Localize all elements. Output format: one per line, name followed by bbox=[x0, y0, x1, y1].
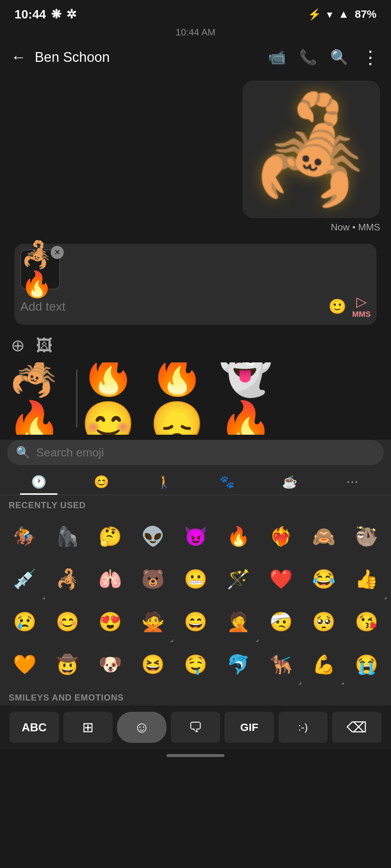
back-button[interactable]: ← bbox=[11, 48, 26, 66]
send-icon: ▷ bbox=[356, 294, 367, 310]
keyboard-emoji-key[interactable]: ☺ bbox=[117, 712, 167, 743]
emoji-picker-button[interactable]: 🙂 bbox=[328, 298, 346, 315]
bluetooth-icon: ⚡ bbox=[308, 8, 321, 21]
emoji-grid-recent: 🏇 🦍 🤔 👽 😈 🔥 ❤️‍🔥 🙈 🦥 💉 🦂 🫁 🐻 😬 🪄 ❤️ 😂 👍 … bbox=[0, 513, 391, 688]
emoji-cell-6[interactable]: ❤️‍🔥 bbox=[260, 515, 302, 557]
tab-smiley[interactable]: 😊 bbox=[70, 469, 133, 495]
emoji-cell-24[interactable]: 🤕 bbox=[260, 601, 302, 643]
tab-recent[interactable]: 🕐 bbox=[7, 469, 70, 495]
emoji-cell-20[interactable]: 😍 bbox=[89, 601, 131, 643]
emoji-cell-27[interactable]: 🧡 bbox=[4, 643, 46, 685]
time-indicator: 10:44 AM bbox=[0, 25, 391, 41]
status-left: 10:44 ❋ ✲ bbox=[14, 7, 76, 21]
message-image-bubble: 🦂 bbox=[243, 81, 380, 218]
keyboard-gif-key[interactable]: GIF bbox=[224, 712, 274, 743]
emoji-cell-11[interactable]: 🫁 bbox=[89, 558, 131, 600]
keyboard-abc-key[interactable]: ABC bbox=[9, 712, 59, 743]
emoji-cell-22[interactable]: 😄 bbox=[175, 601, 216, 643]
emoji-cell-23[interactable]: 🤦 bbox=[217, 601, 259, 643]
phone-icon[interactable]: 📞 bbox=[299, 49, 317, 66]
video-call-icon[interactable]: 📹 bbox=[268, 49, 286, 66]
keyboard-backspace-key[interactable]: ⌫ bbox=[332, 712, 382, 743]
tab-food[interactable]: ☕ bbox=[258, 469, 321, 495]
emoji-cell-33[interactable]: 🐕‍🦺 bbox=[260, 643, 302, 685]
emoji-cell-10[interactable]: 🦂 bbox=[46, 558, 88, 600]
emoji-cell-31[interactable]: 🤤 bbox=[175, 643, 216, 685]
emoji-keyboard: 🔍 🕐 😊 🚶 🐾 ☕ ⋯ RECENTLY USED 🏇 🦍 🤔 👽 😈 🔥 … bbox=[0, 440, 391, 706]
emoji-cell-13[interactable]: 😬 bbox=[175, 558, 216, 600]
more-options-icon[interactable]: ⋮ bbox=[361, 47, 380, 68]
emoji-cell-28[interactable]: 🤠 bbox=[46, 643, 88, 685]
input-container: 🦂🔥 ✕ 🙂 ▷ MMS bbox=[7, 244, 384, 325]
add-attachment-icon[interactable]: ⊕ bbox=[11, 336, 25, 355]
emoji-cell-29[interactable]: 🐶 bbox=[89, 643, 131, 685]
emoji-cell-2[interactable]: 🤔 bbox=[89, 515, 131, 557]
emoji-cell-19[interactable]: 😊 bbox=[46, 601, 88, 643]
emoji-search-input[interactable] bbox=[36, 446, 375, 459]
emoji-cell-21[interactable]: 🙅 bbox=[132, 601, 174, 643]
emoji-cell-25[interactable]: 🥺 bbox=[303, 601, 345, 643]
tab-nature[interactable]: 🐾 bbox=[196, 469, 258, 495]
emoji-cell-9[interactable]: 💉 bbox=[4, 558, 46, 600]
emoji-cell-7[interactable]: 🙈 bbox=[303, 515, 345, 557]
sticker-suggestions-row: 🦂🔥 🔥😊 🔥😞 👻🔥 bbox=[0, 362, 391, 435]
status-bar: 10:44 ❋ ✲ ⚡ ▾ ▲ 87% bbox=[0, 0, 391, 25]
send-mms-button[interactable]: ▷ MMS bbox=[352, 294, 371, 319]
recently-used-label: RECENTLY USED bbox=[0, 495, 391, 513]
search-icon[interactable]: 🔍 bbox=[330, 49, 348, 66]
emoji-cell-35[interactable]: 😭 bbox=[345, 643, 387, 685]
nav-pill bbox=[167, 754, 224, 757]
nav-indicator bbox=[0, 749, 391, 762]
smileys-label: SMILEYS AND EMOTIONS bbox=[0, 688, 391, 706]
emoji-cell-1[interactable]: 🦍 bbox=[46, 515, 88, 557]
emoji-cell-30[interactable]: 😆 bbox=[132, 643, 174, 685]
emoji-cell-26[interactable]: 😘 bbox=[345, 601, 387, 643]
sticker-suggestion-0[interactable]: 🦂🔥 bbox=[7, 366, 72, 431]
attachment-preview: 🦂🔥 ✕ bbox=[20, 250, 60, 289]
emoji-cell-16[interactable]: 😂 bbox=[303, 558, 345, 600]
app-bar: ← Ben Schoon 📹 📞 🔍 ⋮ bbox=[0, 41, 391, 73]
keyboard-sticker-key[interactable]: ⊞ bbox=[63, 712, 113, 743]
message-area: 🦂 Now • MMS bbox=[0, 73, 391, 240]
emoji-cell-14[interactable]: 🪄 bbox=[217, 558, 259, 600]
emoji-search-bar[interactable]: 🔍 bbox=[7, 440, 384, 465]
gallery-icon[interactable]: 🖼 bbox=[36, 336, 52, 355]
backspace-icon: ⌫ bbox=[346, 719, 367, 736]
emoji-cell-8[interactable]: 🦥 bbox=[345, 515, 387, 557]
bottom-controls: ⊕ 🖼 bbox=[0, 328, 391, 362]
emoji-search-icon: 🔍 bbox=[16, 446, 30, 459]
emoji-cell-18[interactable]: 😢 bbox=[4, 601, 46, 643]
sticker-suggestion-3[interactable]: 👻🔥 bbox=[219, 366, 284, 431]
app-bar-actions: 📹 📞 🔍 ⋮ bbox=[268, 47, 380, 68]
sticker-suggestion-2[interactable]: 🔥😞 bbox=[150, 366, 215, 431]
status-right: ⚡ ▾ ▲ 87% bbox=[308, 8, 377, 21]
tab-people[interactable]: 🚶 bbox=[133, 469, 196, 495]
emoji-category-tabs: 🕐 😊 🚶 🐾 ☕ ⋯ bbox=[0, 469, 391, 495]
scorpion-sticker-large: 🦂 bbox=[248, 99, 375, 200]
emoji-cell-12[interactable]: 🐻 bbox=[132, 558, 174, 600]
emoji-cell-34[interactable]: 💪 bbox=[303, 643, 345, 685]
keyboard-ascii-key[interactable]: :-) bbox=[278, 712, 328, 743]
battery-display: 87% bbox=[355, 8, 377, 20]
tab-more[interactable]: ⋯ bbox=[321, 469, 384, 495]
message-meta: Now • MMS bbox=[331, 222, 380, 233]
wifi-icon: ▾ bbox=[327, 8, 332, 21]
remove-attachment-button[interactable]: ✕ bbox=[51, 246, 64, 259]
message-text-input[interactable] bbox=[20, 299, 323, 314]
emoji-cell-5[interactable]: 🔥 bbox=[217, 515, 259, 557]
emoji-cell-15[interactable]: ❤️ bbox=[260, 558, 302, 600]
emoji-cell-17[interactable]: 👍 bbox=[345, 558, 387, 600]
emoji-cell-32[interactable]: 🐬 bbox=[217, 643, 259, 685]
bitmoji-icon: 🗨 bbox=[189, 720, 202, 735]
emoji-cell-3[interactable]: 👽 bbox=[132, 515, 174, 557]
emoji-keyboard-icon: ☺ bbox=[134, 719, 150, 736]
sticker-suggestion-1[interactable]: 🔥😊 bbox=[81, 366, 146, 431]
emoji-cell-4[interactable]: 😈 bbox=[175, 515, 216, 557]
keyboard-bitmoji-key[interactable]: 🗨 bbox=[171, 712, 220, 743]
sticker-divider bbox=[76, 370, 77, 427]
contact-name: Ben Schoon bbox=[35, 50, 268, 65]
emoji-cell-0[interactable]: 🏇 bbox=[4, 515, 46, 557]
snow-icon: ❋ bbox=[51, 7, 61, 21]
fan-icon: ✲ bbox=[66, 7, 76, 21]
send-label: MMS bbox=[352, 310, 371, 319]
